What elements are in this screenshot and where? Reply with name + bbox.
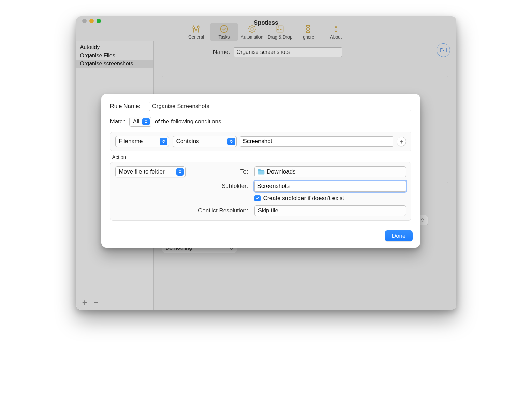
condition-attribute-select[interactable]: Filename [115, 136, 169, 147]
action-heading: Action [112, 154, 411, 160]
updown-icon [142, 118, 150, 125]
condition-attribute-value: Filename [119, 138, 157, 145]
match-suffix-label: of the following conditions [155, 118, 221, 125]
rule-name-field[interactable] [149, 102, 411, 111]
rule-name-label: Rule Name: [110, 103, 144, 110]
to-label: To: [188, 168, 250, 175]
destination-folder-select[interactable]: Downloads [254, 166, 406, 177]
condition-operator-value: Contains [176, 138, 225, 145]
conflict-resolution-value: Skip file [258, 207, 404, 214]
action-row: Move file to folder To: Downloads [110, 162, 411, 221]
updown-icon [227, 138, 235, 145]
subfolder-field[interactable] [254, 181, 406, 192]
rule-editor-sheet: Rule Name: Match All of the following co… [101, 94, 420, 247]
add-condition-button[interactable]: ＋ [397, 137, 406, 146]
match-scope-value: All [133, 118, 139, 125]
conflict-resolution-label: Conflict Resolution: [188, 207, 250, 214]
create-subfolder-label: Create subfolder if doesn't exist [263, 195, 344, 202]
done-button[interactable]: Done [385, 230, 413, 241]
match-prefix-label: Match [110, 118, 126, 125]
condition-operator-select[interactable]: Contains [173, 136, 237, 147]
destination-folder-value: Downloads [267, 168, 404, 175]
create-subfolder-checkbox[interactable] [254, 195, 261, 201]
action-verb-select[interactable]: Move file to folder [115, 166, 186, 177]
condition-row: Filename Contains ＋ [110, 132, 411, 151]
action-verb-value: Move file to folder [119, 168, 174, 175]
conflict-resolution-select[interactable]: Skip file [254, 205, 406, 216]
updown-icon [160, 138, 167, 145]
preferences-window: Spotless General Tasks Automation Drag [76, 16, 456, 310]
check-icon [255, 196, 260, 200]
subfolder-label: Subfolder: [188, 183, 250, 190]
condition-value-field[interactable] [240, 136, 393, 147]
updown-icon [176, 168, 184, 176]
folder-icon [257, 168, 265, 175]
match-scope-select[interactable]: All [129, 117, 151, 127]
